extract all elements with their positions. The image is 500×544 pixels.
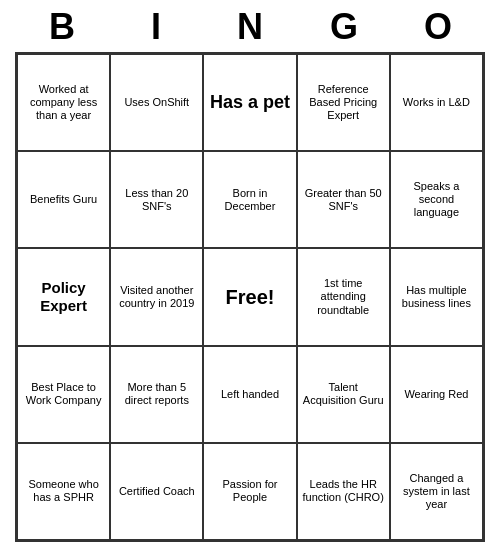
bingo-header: BINGO [15, 0, 485, 52]
bingo-cell[interactable]: Works in L&D [390, 54, 483, 151]
bingo-cell[interactable]: Uses OnShift [110, 54, 203, 151]
bingo-letter: G [314, 6, 374, 48]
bingo-letter: N [220, 6, 280, 48]
bingo-cell[interactable]: Certified Coach [110, 443, 203, 540]
bingo-letter: O [408, 6, 468, 48]
bingo-cell[interactable]: Has multiple business lines [390, 248, 483, 345]
bingo-cell[interactable]: Has a pet [203, 54, 296, 151]
bingo-cell[interactable]: Born in December [203, 151, 296, 248]
bingo-cell[interactable]: Worked at company less than a year [17, 54, 110, 151]
bingo-cell[interactable]: Passion for People [203, 443, 296, 540]
bingo-cell[interactable]: Wearing Red [390, 346, 483, 443]
bingo-cell[interactable]: Policy Expert [17, 248, 110, 345]
bingo-cell[interactable]: Someone who has a SPHR [17, 443, 110, 540]
bingo-grid: Worked at company less than a yearUses O… [15, 52, 485, 542]
bingo-cell[interactable]: Visited another country in 2019 [110, 248, 203, 345]
bingo-cell[interactable]: 1st time attending roundtable [297, 248, 390, 345]
bingo-cell[interactable]: More than 5 direct reports [110, 346, 203, 443]
bingo-cell[interactable]: Less than 20 SNF's [110, 151, 203, 248]
bingo-cell[interactable]: Benefits Guru [17, 151, 110, 248]
bingo-cell[interactable]: Left handed [203, 346, 296, 443]
bingo-cell[interactable]: Best Place to Work Company [17, 346, 110, 443]
bingo-cell[interactable]: Greater than 50 SNF's [297, 151, 390, 248]
bingo-cell[interactable]: Talent Acquisition Guru [297, 346, 390, 443]
bingo-letter: I [126, 6, 186, 48]
bingo-cell[interactable]: Changed a system in last year [390, 443, 483, 540]
bingo-letter: B [32, 6, 92, 48]
bingo-cell[interactable]: Reference Based Pricing Expert [297, 54, 390, 151]
bingo-cell[interactable]: Leads the HR function (CHRO) [297, 443, 390, 540]
bingo-cell[interactable]: Free! [203, 248, 296, 345]
bingo-cell[interactable]: Speaks a second language [390, 151, 483, 248]
